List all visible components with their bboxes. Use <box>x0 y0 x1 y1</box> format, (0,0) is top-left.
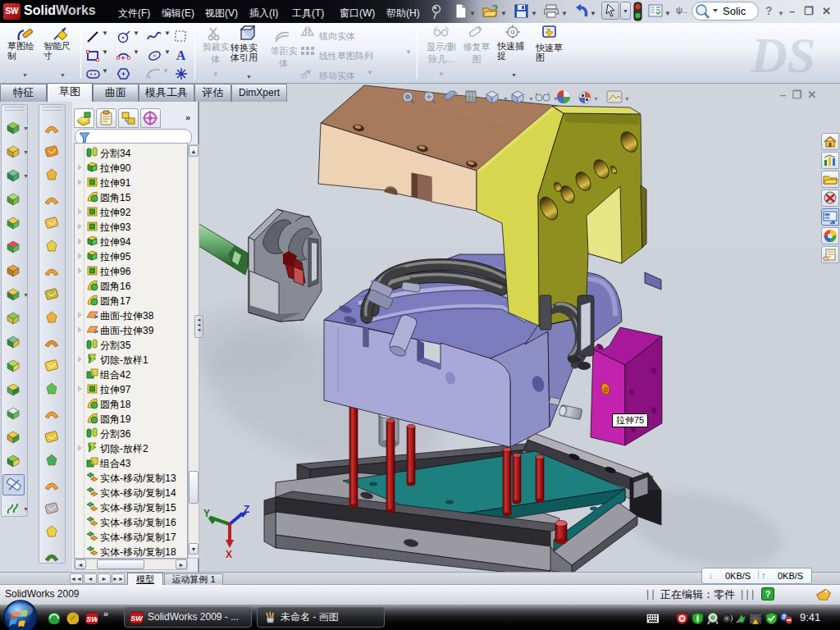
svg-text:SW: SW <box>130 614 144 623</box>
svg-text:SW: SW <box>86 615 98 623</box>
svg-text:▼: ▼ <box>593 96 599 102</box>
svg-text:Solic: Solic <box>723 5 746 17</box>
svg-text:▼: ▼ <box>503 96 509 102</box>
svg-text:▼: ▼ <box>528 96 534 102</box>
svg-text:?: ? <box>765 589 771 599</box>
svg-text:▼: ▼ <box>553 96 559 102</box>
svg-text:▼: ▼ <box>624 96 630 102</box>
svg-text:A: A <box>176 48 186 62</box>
svg-text:Z: Z <box>244 504 249 515</box>
svg-text:X: X <box>226 549 232 560</box>
svg-text:Y: Y <box>203 508 210 519</box>
